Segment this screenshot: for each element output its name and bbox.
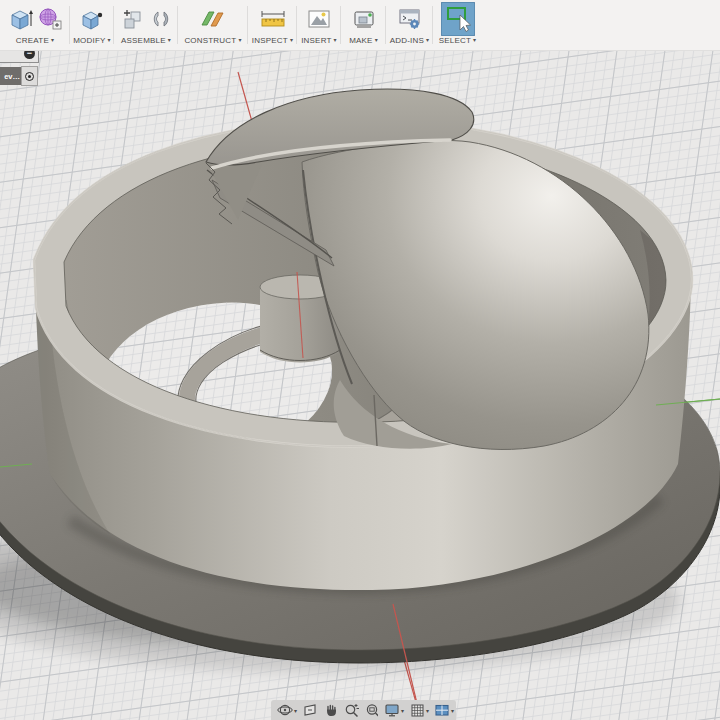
pan-button[interactable] (321, 701, 341, 719)
chevron-down-icon: ▾ (451, 707, 454, 714)
chevron-down-icon: ▾ (426, 707, 429, 714)
print-3d-icon[interactable] (351, 6, 377, 32)
toolbar-group-create[interactable]: CREATE▾ (0, 0, 70, 50)
pan-hand-icon (323, 702, 339, 718)
toolbar-group-select[interactable]: SELECT▾ (433, 0, 482, 50)
display-settings-icon (384, 702, 400, 718)
viewports-button[interactable]: ▾ (432, 701, 456, 719)
addins-label: ADD-INS (390, 36, 424, 45)
select-cursor-icon[interactable] (441, 2, 475, 36)
construct-label: CONSTRUCT (184, 36, 236, 45)
assemble-label: ASSEMBLE (121, 36, 166, 45)
measure-icon[interactable] (259, 6, 287, 32)
zoom-button[interactable] (342, 701, 362, 719)
inspect-label: INSPECT (252, 36, 288, 45)
fusion360-window: CREATE▾ MODIFY▾ ASSEMBLE▾ CONSTRUCT▾ (0, 0, 720, 720)
chevron-down-icon: ▾ (168, 37, 171, 43)
look-at-button[interactable] (300, 701, 320, 719)
radio-dot-icon (25, 72, 34, 81)
chevron-down-icon: ▾ (51, 37, 54, 43)
toolbar-group-construct[interactable]: CONSTRUCT▾ (178, 0, 248, 50)
insert-image-icon[interactable] (306, 6, 332, 32)
solid-box-icon[interactable] (8, 6, 34, 32)
viewports-icon (434, 702, 450, 718)
new-component-icon[interactable] (120, 6, 146, 32)
browser-row-label[interactable]: ev… (0, 67, 21, 85)
chevron-down-icon: ▾ (290, 37, 293, 43)
chevron-down-icon: ▾ (108, 37, 111, 43)
viewport-3d[interactable] (0, 0, 720, 720)
construction-plane-icon[interactable] (199, 6, 227, 32)
chevron-down-icon: ▾ (426, 37, 429, 43)
browser-row: ev… (0, 66, 38, 86)
toolbar-group-assemble[interactable]: ASSEMBLE▾ (114, 0, 178, 50)
toolbar-group-modify[interactable]: MODIFY▾ (70, 0, 114, 50)
orbit-icon (277, 702, 293, 718)
main-toolbar: CREATE▾ MODIFY▾ ASSEMBLE▾ CONSTRUCT▾ (0, 0, 720, 51)
zoom-icon (344, 702, 360, 718)
grid-layout-button[interactable]: ▾ (407, 701, 431, 719)
form-sphere-icon[interactable] (37, 6, 63, 32)
chevron-down-icon: ▾ (334, 37, 337, 43)
create-label: CREATE (16, 36, 49, 45)
toolbar-group-inspect[interactable]: INSPECT▾ (248, 0, 297, 50)
display-settings-button[interactable]: ▾ (382, 701, 406, 719)
chevron-down-icon: ▾ (294, 707, 297, 714)
joint-icon[interactable] (149, 6, 173, 32)
select-label: SELECT (439, 36, 471, 45)
chevron-down-icon: ▾ (375, 37, 378, 43)
orbit-button[interactable]: ▾ (275, 701, 299, 719)
nav-group-display: ▾ ▾ ▾ (378, 700, 456, 720)
scripts-addins-icon[interactable] (397, 6, 423, 32)
toolbar-group-insert[interactable]: INSERT▾ (297, 0, 341, 50)
make-label: MAKE (349, 36, 372, 45)
chevron-down-icon: ▾ (238, 37, 241, 43)
chevron-down-icon: ▾ (401, 707, 404, 714)
toolbar-group-addins[interactable]: ADD-INS▾ (386, 0, 433, 50)
model-spiral-cup (0, 89, 720, 720)
modify-label: MODIFY (73, 36, 105, 45)
insert-label: INSERT (301, 36, 331, 45)
toolbar-group-make[interactable]: MAKE▾ (341, 0, 386, 50)
radio-dot-button[interactable] (21, 66, 38, 86)
nav-group-camera: ▾ ▾ (271, 700, 381, 720)
press-pull-icon[interactable] (79, 6, 105, 32)
chevron-down-icon: ▾ (473, 37, 476, 43)
grid-layout-icon (409, 702, 425, 718)
look-at-icon (302, 702, 318, 718)
